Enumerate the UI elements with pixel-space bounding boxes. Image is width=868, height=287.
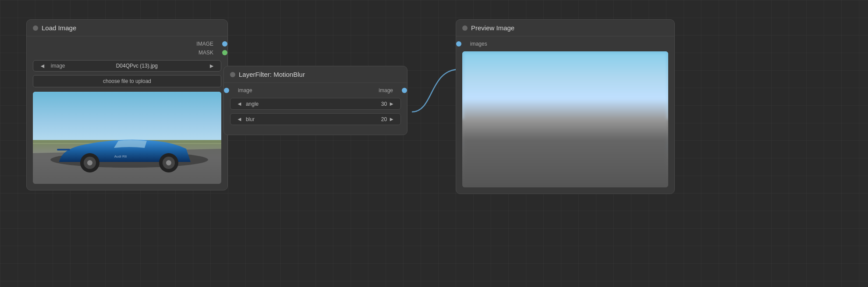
preview-content: images <box>456 36 674 194</box>
angle-slider-row: ◄ angle 30 ► <box>230 98 401 110</box>
filter-image-output-label: image <box>379 87 393 93</box>
load-image-title: Load Image <box>42 24 76 32</box>
svg-rect-16 <box>462 144 514 145</box>
svg-line-15 <box>462 134 668 139</box>
file-name-display: D04QPvc (13).jpg <box>68 63 206 69</box>
preview-image-node: Preview Image images <box>456 19 675 194</box>
preview-status-dot <box>462 25 468 31</box>
svg-rect-13 <box>462 119 668 187</box>
load-image-preview: Audi R8 <box>33 92 221 184</box>
angle-label: angle <box>244 101 374 107</box>
blur-value: 20 <box>374 116 387 122</box>
svg-rect-0 <box>33 92 221 144</box>
filter-image-input-label: image <box>238 87 252 93</box>
filter-content: image image ◄ angle 30 ► ◄ blur 20 ► <box>224 83 407 135</box>
svg-line-14 <box>462 128 668 135</box>
filter-image-output-connector[interactable] <box>402 88 407 93</box>
blur-decrease-button[interactable]: ◄ <box>235 116 244 122</box>
filter-image-input-port: image <box>230 87 252 93</box>
blur-label: blur <box>244 116 374 122</box>
svg-rect-12 <box>462 51 668 124</box>
angle-value: 30 <box>374 101 387 107</box>
blur-increase-button[interactable]: ► <box>387 116 396 122</box>
svg-text:Audi R8: Audi R8 <box>114 154 127 158</box>
mask-port-row: MASK <box>198 50 221 56</box>
angle-decrease-button[interactable]: ◄ <box>235 100 244 107</box>
svg-rect-10 <box>57 149 70 151</box>
svg-point-6 <box>87 160 92 165</box>
mask-output-connector[interactable] <box>222 50 227 55</box>
filter-image-output-port: image <box>379 87 401 93</box>
svg-rect-17 <box>614 146 668 147</box>
filter-node: LayerFilter: MotionBlur image image ◄ an… <box>223 66 407 135</box>
preview-images-label: images <box>470 41 487 47</box>
load-image-output-ports: IMAGE MASK <box>33 41 221 56</box>
preview-images-input-connector[interactable] <box>456 41 461 47</box>
preview-images-port: images <box>462 41 668 47</box>
file-prefix-label: image <box>48 63 68 69</box>
image-port-row: IMAGE <box>196 41 221 47</box>
filter-title: LayerFilter: MotionBlur <box>239 71 305 78</box>
mask-port-label: MASK <box>198 50 213 56</box>
svg-point-9 <box>166 160 171 165</box>
load-image-content: IMAGE MASK ◄ image D04QPvc (13).jpg ► ch… <box>27 36 227 190</box>
blur-slider-row: ◄ blur 20 ► <box>230 113 401 125</box>
file-selector: ◄ image D04QPvc (13).jpg ► <box>33 60 221 72</box>
filter-image-input-connector[interactable] <box>224 88 229 93</box>
preview-image-display <box>462 51 668 187</box>
load-image-header: Load Image <box>27 20 227 36</box>
file-prev-button[interactable]: ◄ <box>37 62 48 69</box>
filter-header: LayerFilter: MotionBlur <box>224 66 407 83</box>
image-port-label: IMAGE <box>196 41 213 47</box>
preview-title: Preview Image <box>471 24 514 32</box>
svg-point-18 <box>503 136 516 143</box>
filter-status-dot <box>230 72 235 77</box>
load-image-node: Load Image IMAGE MASK ◄ image D04QPvc (1… <box>26 19 228 190</box>
preview-header: Preview Image <box>456 20 674 36</box>
angle-increase-button[interactable]: ► <box>387 100 396 107</box>
filter-ports: image image <box>230 87 401 93</box>
load-image-status-dot <box>33 25 38 31</box>
image-output-connector[interactable] <box>222 41 227 47</box>
upload-button[interactable]: choose file to upload <box>33 75 221 87</box>
file-next-button[interactable]: ► <box>206 62 217 69</box>
